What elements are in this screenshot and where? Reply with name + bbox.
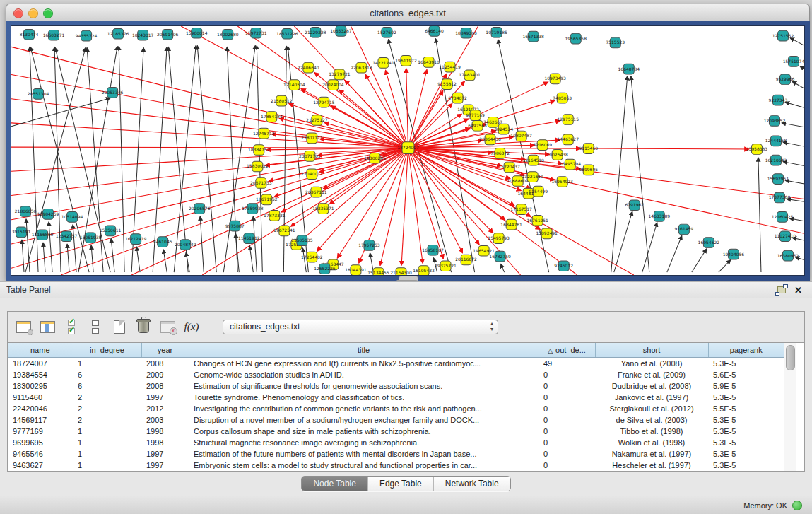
network-node-label: 7462667	[483, 119, 502, 124]
table-cell: 22420046	[8, 403, 73, 414]
column-header-in_degree[interactable]: in_degree	[73, 343, 141, 358]
network-node-label: 17254402	[301, 255, 323, 259]
network-node-label: 15751074	[783, 59, 804, 64]
table-row[interactable]: 946362711997Embryonic stem cells: a mode…	[8, 460, 784, 471]
table-row[interactable]: 1830029562008Estimation of significance …	[8, 380, 784, 392]
network-node-label: 18384752	[248, 147, 270, 152]
network-node-label: 20116672	[455, 257, 477, 262]
table-cell: 2003	[141, 414, 189, 426]
delete-table-icon: x	[160, 321, 175, 333]
table-row[interactable]: 1872400712008Changes of HCN gene express…	[8, 358, 784, 370]
network-edge	[370, 253, 373, 272]
column-header-title[interactable]: title	[189, 343, 539, 358]
table-cell: 2008	[141, 380, 189, 392]
table-row[interactable]: 1938455462009Genome-wide association stu…	[8, 369, 784, 380]
new-table-button[interactable]	[110, 317, 129, 337]
network-node-label: 16105433	[413, 268, 435, 273]
network-node-label: 9161459	[675, 226, 694, 231]
network-edge	[22, 240, 24, 272]
table-cell: 0	[539, 460, 595, 471]
network-node-label: 11451912	[238, 235, 260, 240]
table-row[interactable]: 969969511998Structural magnetic resonanc…	[8, 437, 784, 448]
table-row[interactable]: 2242004622012Investigating the contribut…	[8, 403, 784, 414]
network-edge	[758, 158, 761, 272]
table-selector-dropdown[interactable]: citations_edges.txt ▴▾	[223, 320, 498, 334]
network-node-label: 16643910	[418, 59, 440, 64]
column-header-pagerank[interactable]: pagerank	[708, 343, 784, 358]
minimize-window-button[interactable]	[28, 8, 38, 18]
network-node-label: 19404056	[723, 252, 745, 257]
tab-network-table[interactable]: Network Table	[434, 477, 510, 491]
clear-rows-button[interactable]	[86, 317, 105, 337]
tab-edge-table[interactable]: Edge Table	[368, 477, 434, 491]
network-canvas[interactable]: 1872400722406640121405042158051217854184…	[11, 25, 805, 276]
table-cell: 9115460	[8, 392, 73, 403]
network-node-label: 20551304	[28, 91, 49, 96]
column-header-short[interactable]: short	[595, 343, 708, 358]
network-edge	[283, 46, 286, 272]
float-panel-icon[interactable]	[777, 286, 786, 293]
network-node-label: 12444158	[765, 138, 787, 143]
delete-table-button[interactable]: x	[158, 317, 177, 337]
function-builder-button[interactable]: f(x)	[182, 317, 201, 337]
column-header-year[interactable]: year	[141, 343, 189, 358]
table-cell: 5.3E-5	[708, 414, 784, 426]
network-node-label: 18531226	[276, 31, 298, 36]
table-row[interactable]: 1456911722003Disruption of a novel membe…	[8, 414, 784, 426]
table-cell: 19384554	[8, 369, 73, 380]
network-node-label: 17957253	[358, 243, 380, 247]
network-node-label: 19611972	[395, 58, 417, 63]
network-edge	[501, 264, 505, 272]
table-row[interactable]: 911546021997Tourette syndrome. Phenomeno…	[8, 392, 784, 403]
network-node-label: 12164510	[522, 158, 544, 163]
citation-network-graph: 1872400722406640121405042158051217854184…	[11, 26, 804, 275]
select-rows-button[interactable]	[61, 317, 81, 337]
table-cell: Corpus callosum shape and size in male p…	[189, 426, 539, 437]
network-node-label: 15495793	[488, 235, 510, 240]
network-node-label: 15092491	[536, 230, 558, 235]
network-node-label: 21154300	[390, 270, 412, 275]
table-cell: 1	[73, 460, 141, 471]
network-node-label: 10025438	[546, 152, 568, 157]
network-edge	[119, 46, 124, 272]
network-node-label: 7986372	[490, 151, 510, 156]
network-node-label: 20367111	[305, 189, 327, 194]
table-cell: 9699695	[8, 437, 73, 448]
zoom-window-button[interactable]	[43, 8, 53, 18]
network-node-label: 22063318	[351, 65, 372, 70]
node-attribute-table-wrap: namein_degreeyeartitle△out_de...shortpag…	[8, 342, 804, 471]
sort-ascending-icon: △	[548, 347, 553, 354]
delete-attributes-button[interactable]	[134, 317, 153, 337]
table-cell: 5.3E-5	[708, 460, 784, 471]
network-edge	[11, 47, 408, 148]
table-scrollbar-thumb[interactable]	[786, 345, 795, 370]
memory-ok-icon[interactable]	[792, 501, 802, 510]
table-cell: 1997	[141, 460, 189, 471]
table-cell: 1997	[141, 392, 189, 403]
table-cell: 0	[539, 403, 595, 414]
network-edge	[200, 216, 204, 272]
table-row[interactable]: 946554611997Estimation of the future num…	[8, 448, 784, 460]
show-columns-button[interactable]	[37, 317, 57, 337]
network-edge	[249, 246, 253, 272]
table-cell: Estimation of the future numbers of pati…	[189, 448, 539, 460]
network-node-label: 6734072	[448, 95, 467, 100]
network-node-label: 20053346	[102, 90, 124, 95]
column-header-out_de[interactable]: △out_de...	[539, 343, 595, 358]
network-edge	[67, 244, 69, 272]
window-titlebar[interactable]: citations_edges.txt	[6, 4, 810, 23]
network-node-label: 12160425	[772, 214, 794, 219]
table-scrollbar[interactable]	[784, 343, 796, 471]
network-edge	[269, 148, 408, 181]
table-cell: 0	[539, 369, 595, 380]
table-cell: 1	[73, 426, 141, 437]
column-header-name[interactable]: name	[8, 343, 73, 358]
tab-node-table[interactable]: Node Table	[302, 477, 368, 491]
close-window-button[interactable]	[13, 8, 23, 18]
checklist-icon	[68, 320, 75, 334]
table-cell: 0	[539, 448, 595, 460]
close-panel-icon[interactable]: ✕	[794, 286, 802, 295]
table-row[interactable]: 977716911998Corpus callosum shape and si…	[8, 426, 784, 437]
network-node-label: 13505135	[291, 238, 313, 243]
table-settings-button[interactable]	[13, 317, 33, 337]
